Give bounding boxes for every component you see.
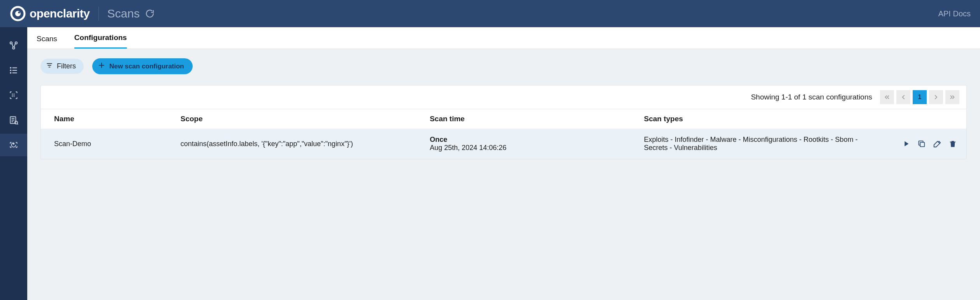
sidebar bbox=[0, 27, 27, 300]
sidebar-item-scans[interactable] bbox=[0, 134, 27, 156]
svg-point-1 bbox=[15, 11, 21, 16]
tabs: Scans Configurations bbox=[27, 27, 980, 49]
svg-point-10 bbox=[10, 72, 11, 74]
api-docs-link[interactable]: API Docs bbox=[938, 9, 971, 18]
filter-icon bbox=[46, 62, 53, 71]
cell-scan-time: Once Aug 25th, 2024 14:06:26 bbox=[416, 129, 631, 159]
col-name: Name bbox=[41, 109, 167, 129]
header-divider bbox=[98, 7, 99, 21]
table-card: Showing 1-1 of 1 scan configurations 1 bbox=[40, 85, 967, 159]
run-action[interactable] bbox=[902, 140, 910, 148]
row-actions bbox=[902, 140, 959, 148]
table-row[interactable]: Scan-Demo contains(assetInfo.labels, '{"… bbox=[41, 129, 966, 159]
svg-rect-17 bbox=[49, 67, 51, 68]
breadcrumb: Scans bbox=[107, 7, 155, 20]
refresh-icon[interactable] bbox=[145, 9, 155, 18]
page-next-button[interactable] bbox=[929, 90, 943, 104]
pagination: 1 bbox=[880, 90, 959, 104]
svg-rect-11 bbox=[12, 72, 17, 73]
page-number-current[interactable]: 1 bbox=[913, 90, 927, 104]
sidebar-item-reports[interactable] bbox=[0, 109, 27, 131]
delete-action[interactable] bbox=[948, 140, 957, 148]
main-content: Scans Configurations Filters New scan co… bbox=[27, 27, 980, 300]
svg-rect-15 bbox=[47, 63, 52, 64]
svg-rect-18 bbox=[920, 142, 924, 147]
top-header: openclarity Scans API Docs bbox=[0, 0, 980, 27]
scan-time-timestamp: Aug 25th, 2024 14:06:26 bbox=[430, 144, 506, 152]
page-last-button[interactable] bbox=[945, 90, 959, 104]
svg-rect-16 bbox=[48, 65, 51, 66]
plus-icon bbox=[98, 61, 105, 71]
table-header-bar: Showing 1-1 of 1 scan configurations 1 bbox=[41, 85, 966, 109]
cell-name: Scan-Demo bbox=[41, 129, 167, 159]
col-scan-types: Scan types bbox=[631, 109, 889, 129]
cell-scan-types: Exploits - Infofinder - Malware - Miscon… bbox=[631, 129, 889, 159]
configurations-table: Name Scope Scan time Scan types Scan-Dem… bbox=[41, 109, 966, 159]
eye-logo-icon bbox=[9, 5, 26, 22]
tab-scans[interactable]: Scans bbox=[37, 35, 57, 49]
page-first-button[interactable] bbox=[880, 90, 894, 104]
svg-point-2 bbox=[18, 12, 20, 14]
brand-text: openclarity bbox=[30, 7, 90, 20]
toolbar: Filters New scan configuration bbox=[27, 49, 980, 78]
svg-point-6 bbox=[10, 67, 11, 69]
new-scan-label: New scan configuration bbox=[109, 63, 184, 70]
sidebar-item-dashboard[interactable] bbox=[0, 34, 27, 57]
col-scan-time: Scan time bbox=[416, 109, 631, 129]
brand-logo[interactable]: openclarity bbox=[9, 5, 90, 22]
cell-scope: contains(assetInfo.labels, '{"key":"app"… bbox=[167, 129, 416, 159]
col-scope: Scope bbox=[167, 109, 416, 129]
svg-rect-7 bbox=[12, 67, 17, 68]
filters-label: Filters bbox=[57, 62, 76, 70]
edit-action[interactable] bbox=[933, 140, 941, 148]
tab-configurations[interactable]: Configurations bbox=[74, 33, 127, 49]
sidebar-item-list[interactable] bbox=[0, 59, 27, 82]
duplicate-action[interactable] bbox=[917, 140, 926, 148]
showing-text: Showing 1-1 of 1 scan configurations bbox=[751, 93, 872, 101]
svg-rect-9 bbox=[12, 70, 17, 71]
new-scan-config-button[interactable]: New scan configuration bbox=[92, 58, 193, 74]
page-prev-button[interactable] bbox=[896, 90, 910, 104]
svg-point-13 bbox=[15, 121, 18, 124]
breadcrumb-label: Scans bbox=[107, 7, 140, 20]
filters-button[interactable]: Filters bbox=[40, 59, 84, 74]
sidebar-item-scan-queue[interactable] bbox=[0, 84, 27, 106]
svg-point-14 bbox=[13, 143, 14, 144]
svg-point-8 bbox=[10, 70, 11, 71]
scan-time-mode: Once bbox=[430, 136, 623, 144]
